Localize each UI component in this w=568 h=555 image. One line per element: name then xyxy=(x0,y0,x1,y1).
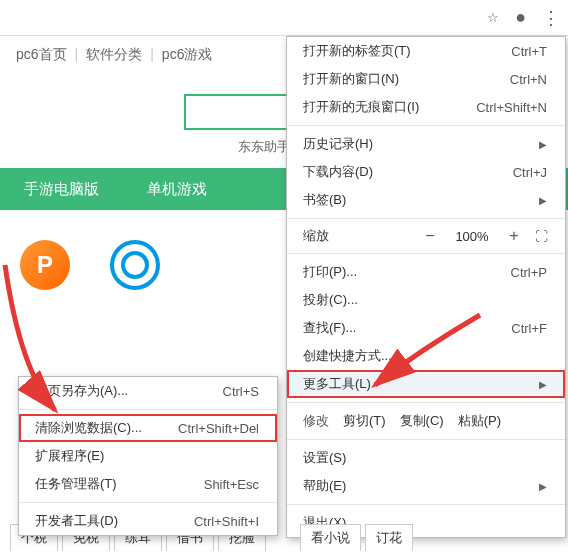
menu-incognito[interactable]: 打开新的无痕窗口(I)Ctrl+Shift+N xyxy=(287,93,565,121)
menu-print[interactable]: 打印(P)...Ctrl+P xyxy=(287,258,565,286)
menu-downloads[interactable]: 下载内容(D)Ctrl+J xyxy=(287,158,565,186)
submenu-extensions[interactable]: 扩展程序(E) xyxy=(19,442,277,470)
cat-single[interactable]: 单机游戏 xyxy=(123,180,231,199)
menu-edit-row: 修改 剪切(T) 复制(C) 粘贴(P) xyxy=(287,407,565,435)
menu-new-tab[interactable]: 打开新的标签页(T)Ctrl+T xyxy=(287,37,565,65)
submenu-task-manager[interactable]: 任务管理器(T)Shift+Esc xyxy=(19,470,277,498)
chevron-right-icon: ▶ xyxy=(539,139,547,150)
edit-paste[interactable]: 粘贴(P) xyxy=(458,412,501,430)
edit-copy[interactable]: 复制(C) xyxy=(400,412,444,430)
edit-cut[interactable]: 剪切(T) xyxy=(343,412,386,430)
submenu-save-as[interactable]: 网页另存为(A)...Ctrl+S xyxy=(19,377,277,405)
tab-flowers[interactable]: 订花 xyxy=(365,524,413,551)
zoom-out-button[interactable]: − xyxy=(419,227,441,245)
submenu-clear-browsing-data[interactable]: 清除浏览数据(C)...Ctrl+Shift+Del xyxy=(19,414,277,442)
zoom-percent: 100% xyxy=(451,229,493,244)
menu-help[interactable]: 帮助(E)▶ xyxy=(287,472,565,500)
chevron-right-icon: ▶ xyxy=(539,379,547,390)
tab-novel[interactable]: 看小说 xyxy=(300,524,361,551)
nav-category[interactable]: 软件分类 xyxy=(86,46,142,64)
menu-create-shortcut[interactable]: 创建快捷方式... xyxy=(287,342,565,370)
nav-games[interactable]: pc6游戏 xyxy=(162,46,213,64)
hint-1[interactable]: 东东助手 xyxy=(238,139,290,154)
browser-main-menu: 打开新的标签页(T)Ctrl+T 打开新的窗口(N)Ctrl+N 打开新的无痕窗… xyxy=(286,36,566,538)
zoom-in-button[interactable]: + xyxy=(503,227,525,245)
menu-history[interactable]: 历史记录(H)▶ xyxy=(287,130,565,158)
profile-icon[interactable]: ● xyxy=(515,7,526,28)
menu-bookmarks[interactable]: 书签(B)▶ xyxy=(287,186,565,214)
chevron-right-icon: ▶ xyxy=(539,481,547,492)
app-icon-circle[interactable] xyxy=(110,240,160,290)
menu-cast[interactable]: 投射(C)... xyxy=(287,286,565,314)
menu-zoom: 缩放 − 100% + ⛶ xyxy=(287,223,565,249)
fullscreen-icon[interactable]: ⛶ xyxy=(535,229,555,244)
chevron-right-icon: ▶ xyxy=(539,195,547,206)
cat-mobile[interactable]: 手游电脑版 xyxy=(0,180,123,199)
menu-find[interactable]: 查找(F)...Ctrl+F xyxy=(287,314,565,342)
app-icon-ppt[interactable]: P xyxy=(20,240,70,290)
submenu-dev-tools[interactable]: 开发者工具(D)Ctrl+Shift+I xyxy=(19,507,277,535)
menu-settings[interactable]: 设置(S) xyxy=(287,444,565,472)
menu-new-window[interactable]: 打开新的窗口(N)Ctrl+N xyxy=(287,65,565,93)
nav-home[interactable]: pc6首页 xyxy=(16,46,67,64)
star-icon[interactable]: ☆ xyxy=(487,10,499,25)
menu-more-tools[interactable]: 更多工具(L)▶ xyxy=(287,370,565,398)
more-tools-submenu: 网页另存为(A)...Ctrl+S 清除浏览数据(C)...Ctrl+Shift… xyxy=(18,376,278,536)
kebab-menu-icon[interactable]: ⋮ xyxy=(542,7,560,29)
